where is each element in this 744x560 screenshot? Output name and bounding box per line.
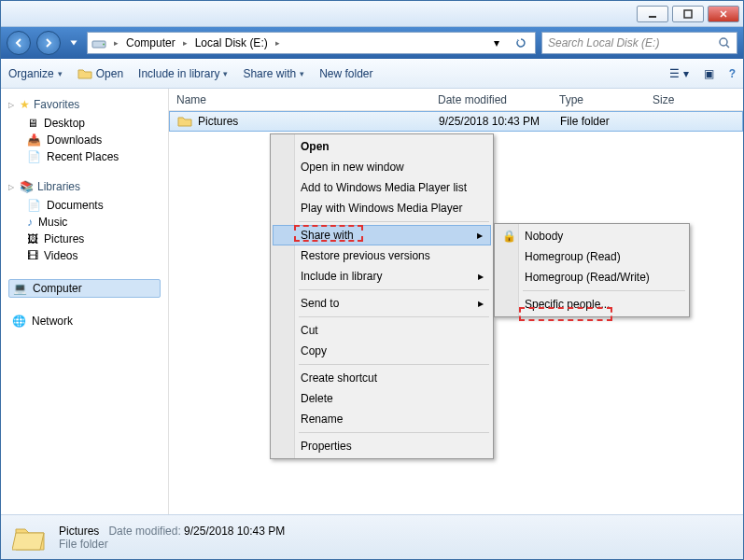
pictures-icon: 🖼 — [27, 232, 38, 245]
recent-icon: 📄 — [27, 150, 41, 163]
column-size[interactable]: Size — [645, 93, 743, 106]
sidebar-item-computer[interactable]: 💻Computer — [8, 279, 161, 298]
file-name: Pictures — [198, 115, 238, 128]
sidebar-item-pictures[interactable]: 🖼Pictures — [8, 231, 161, 247]
search-icon — [718, 36, 731, 49]
library-icon: 📚 — [20, 180, 34, 193]
folder-icon — [77, 67, 92, 80]
share-nobody[interactable]: 🔒Nobody — [497, 226, 687, 246]
sidebar-item-music[interactable]: ♪Music — [8, 214, 161, 231]
ctx-send-to[interactable]: Send to — [273, 293, 491, 314]
ctx-restore[interactable]: Restore previous versions — [273, 245, 491, 266]
address-bar[interactable]: ▸ Computer ▸ Local Disk (E:) ▸ ▾ — [87, 32, 536, 54]
details-pane: Pictures Date modified: 9/25/2018 10:43 … — [1, 514, 743, 559]
sidebar-item-desktop[interactable]: 🖥Desktop — [8, 115, 161, 132]
ctx-include-library[interactable]: Include in library — [273, 266, 491, 287]
sidebar-item-videos[interactable]: 🎞Videos — [8, 247, 161, 264]
share-homegroup-read[interactable]: Homegroup (Read) — [497, 246, 687, 267]
open-button[interactable]: Open — [77, 67, 123, 80]
address-dropdown[interactable]: ▾ — [486, 33, 507, 53]
svg-point-3 — [103, 44, 105, 46]
videos-icon: 🎞 — [27, 249, 38, 262]
new-folder-button[interactable]: New folder — [319, 67, 372, 80]
include-in-library-button[interactable]: Include in library — [138, 67, 228, 80]
share-with-button[interactable]: Share with — [243, 67, 304, 80]
desktop-icon: 🖥 — [27, 117, 38, 130]
star-icon: ★ — [20, 98, 30, 111]
svg-rect-0 — [649, 16, 656, 18]
search-input[interactable]: Search Local Disk (E:) — [541, 32, 737, 54]
breadcrumb-drive[interactable]: Local Disk (E:) — [195, 36, 268, 49]
svg-point-4 — [720, 38, 727, 46]
svg-rect-1 — [684, 10, 692, 18]
folder-icon — [12, 520, 48, 555]
libraries-heading[interactable]: 📚 Libraries — [8, 180, 161, 193]
sidebar-item-network[interactable]: 🌐Network — [8, 313, 161, 329]
ctx-properties[interactable]: Properties — [273, 436, 491, 456]
refresh-button[interactable] — [511, 33, 531, 53]
file-row[interactable]: Pictures 9/25/2018 10:43 PM File folder — [169, 111, 743, 132]
command-bar: Organize Open Include in library Share w… — [1, 59, 743, 89]
column-type[interactable]: Type — [552, 93, 645, 106]
share-homegroup-readwrite[interactable]: Homegroup (Read/Write) — [497, 267, 687, 287]
context-menu: Open Open in new window Add to Windows M… — [270, 133, 494, 459]
computer-icon: 💻 — [13, 282, 27, 295]
sidebar-item-downloads[interactable]: 📥Downloads — [8, 132, 161, 148]
ctx-open[interactable]: Open — [273, 136, 491, 157]
maximize-button[interactable] — [672, 6, 704, 22]
network-icon: 🌐 — [12, 315, 26, 328]
breadcrumb-computer[interactable]: Computer — [126, 36, 175, 49]
drive-icon — [91, 36, 106, 49]
minimize-button[interactable] — [637, 6, 668, 22]
history-dropdown[interactable] — [66, 35, 81, 50]
ctx-wmp-play[interactable]: Play with Windows Media Player — [273, 198, 491, 218]
navigation-pane: ★ Favorites 🖥Desktop 📥Downloads 📄Recent … — [1, 89, 169, 514]
ctx-open-new-window[interactable]: Open in new window — [273, 157, 491, 177]
ctx-cut[interactable]: Cut — [273, 320, 491, 341]
ctx-rename[interactable]: Rename — [273, 409, 491, 429]
nav-bar: ▸ Computer ▸ Local Disk (E:) ▸ ▾ Search … — [1, 27, 743, 59]
favorites-heading[interactable]: ★ Favorites — [8, 98, 161, 111]
ctx-copy[interactable]: Copy — [273, 341, 491, 361]
file-date: 9/25/2018 10:43 PM — [431, 115, 553, 128]
ctx-create-shortcut[interactable]: Create shortcut — [273, 368, 491, 388]
sidebar-item-documents[interactable]: 📄Documents — [8, 197, 161, 214]
view-options-button[interactable]: ☰ ▾ — [669, 67, 688, 80]
back-button[interactable] — [7, 31, 31, 55]
folder-icon — [177, 115, 192, 128]
titlebar — [1, 1, 743, 27]
breadcrumb-sep[interactable]: ▸ — [110, 38, 122, 48]
share-specific-people[interactable]: Specific people... — [497, 294, 687, 315]
preview-pane-button[interactable]: ▣ — [704, 67, 714, 80]
forward-button[interactable] — [36, 31, 61, 55]
ctx-share-with[interactable]: Share with — [273, 225, 491, 245]
breadcrumb-sep[interactable]: ▸ — [179, 38, 191, 48]
file-type: File folder — [553, 115, 646, 128]
ctx-wmp-list[interactable]: Add to Windows Media Player list — [273, 177, 491, 198]
help-button[interactable]: ? — [729, 67, 736, 80]
share-with-submenu: 🔒Nobody Homegroup (Read) Homegroup (Read… — [494, 223, 690, 317]
ctx-delete[interactable]: Delete — [273, 388, 491, 409]
column-date[interactable]: Date modified — [430, 93, 552, 106]
column-header-row: Name Date modified Type Size — [169, 89, 743, 111]
download-icon: 📥 — [27, 133, 41, 147]
search-placeholder: Search Local Disk (E:) — [548, 36, 659, 49]
breadcrumb-sep[interactable]: ▸ — [272, 38, 284, 48]
music-icon: ♪ — [27, 216, 33, 229]
lock-icon: 🔒 — [502, 230, 516, 243]
organize-button[interactable]: Organize — [8, 67, 63, 80]
sidebar-item-recent[interactable]: 📄Recent Places — [8, 148, 161, 165]
close-button[interactable] — [708, 6, 739, 22]
column-name[interactable]: Name — [169, 93, 430, 106]
status-type: File folder — [59, 538, 285, 551]
status-name: Pictures — [59, 525, 99, 538]
documents-icon: 📄 — [27, 199, 41, 212]
